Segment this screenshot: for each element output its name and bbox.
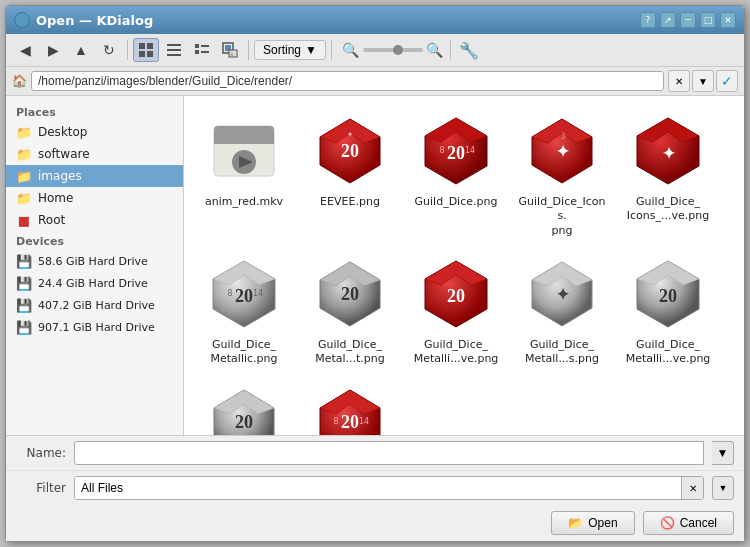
maximize-button[interactable]: □ (700, 12, 716, 28)
preview-button[interactable]: ≡ (217, 38, 243, 62)
zoom-area: 🔍 🔍 (341, 40, 445, 60)
sidebar-item-home[interactable]: 📁 Home (6, 187, 183, 209)
sidebar-item-software[interactable]: 📁 software (6, 143, 183, 165)
titlebar-left: Open — KDialog (14, 12, 153, 28)
sidebar-images-label: images (38, 169, 82, 183)
list-item[interactable]: 20 Guild_Dice_Metalli...ve.png (194, 377, 294, 435)
file-grid: anim_red.mkv 20 ✦ (184, 96, 744, 435)
file-thumbnail: ✦ ☽ (522, 111, 602, 191)
svg-text:8: 8 (227, 289, 232, 298)
open-icon: 📂 (568, 516, 583, 530)
addressbar-clear-button[interactable]: ✕ (668, 70, 690, 92)
sidebar-item-hdd2[interactable]: 💾 24.4 GiB Hard Drive (6, 272, 183, 294)
cancel-icon: 🚫 (660, 516, 675, 530)
forward-button[interactable]: ▶ (40, 38, 66, 62)
sidebar-hdd2-label: 24.4 GiB Hard Drive (38, 277, 148, 290)
close-button[interactable]: ✕ (720, 12, 736, 28)
sidebar-item-images[interactable]: 📁 images (6, 165, 183, 187)
sorting-button[interactable]: Sorting ▼ (254, 40, 326, 60)
sidebar: Places 📁 Desktop 📁 software 📁 images 📁 H… (6, 96, 184, 435)
file-name: Guild_Dice.png (415, 195, 498, 209)
svg-text:✦: ✦ (556, 143, 570, 160)
addressbar-confirm-button[interactable]: ✓ (716, 70, 738, 92)
sidebar-item-desktop[interactable]: 📁 Desktop (6, 121, 183, 143)
list-view-button[interactable] (161, 38, 187, 62)
svg-text:≡: ≡ (231, 51, 234, 57)
addressbar-dropdown-button[interactable]: ▼ (692, 70, 714, 92)
list-item[interactable]: 20 ✦ EEVEE.png (300, 106, 400, 243)
filter-input[interactable] (75, 477, 681, 499)
file-thumbnail: 20 (204, 382, 284, 435)
zoom-slider[interactable] (363, 48, 423, 52)
reload-button[interactable]: ↻ (96, 38, 122, 62)
svg-rect-0 (139, 43, 145, 49)
file-name: Guild_Dice_Metallic.png (211, 338, 278, 367)
filter-dropdown-button[interactable]: ▼ (712, 476, 734, 500)
list-item[interactable]: 20 Guild_Dice_Metalli...ve.png (618, 249, 718, 372)
list-item[interactable]: ✦ Guild_Dice_Metall...s.png (512, 249, 612, 372)
zoom-out-button[interactable]: 🔍 (341, 40, 361, 60)
up-button[interactable]: ▲ (68, 38, 94, 62)
filename-dropdown-button[interactable]: ▼ (712, 441, 734, 465)
list-item[interactable]: 20 Guild_Dice_Metal...t.png (300, 249, 400, 372)
sidebar-hdd4-label: 907.1 GiB Hard Drive (38, 321, 155, 334)
svg-rect-3 (147, 51, 153, 57)
addressbar-actions: ✕ ▼ ✓ (668, 70, 738, 92)
list-item[interactable]: 20 8 14 Guild_Dice.png (406, 106, 506, 243)
detail-view-button[interactable] (189, 38, 215, 62)
file-thumbnail: ✦ (522, 254, 602, 334)
file-thumbnail: 20 (416, 254, 496, 334)
file-name: EEVEE.png (320, 195, 380, 209)
svg-text:8: 8 (439, 146, 444, 155)
list-item[interactable]: ✦ ☽ Guild_Dice_Icons.png (512, 106, 612, 243)
filter-input-wrap: ✕ (74, 476, 704, 500)
help-button[interactable]: ? (640, 12, 656, 28)
back-button[interactable]: ◀ (12, 38, 38, 62)
file-name: Guild_Dice_Metal...t.png (315, 338, 385, 367)
action-row: 📂 Open 🚫 Cancel (6, 505, 744, 541)
separator-2 (248, 40, 249, 60)
list-item[interactable]: 20 Guild_Dice_Metalli...ve.png (406, 249, 506, 372)
list-item[interactable]: 20 8 14 Guild_Dice_Perspective.png (300, 377, 400, 435)
folder-icon: 📁 (16, 168, 32, 184)
name-row: Name: ▼ (6, 436, 744, 471)
svg-text:✦: ✦ (347, 130, 354, 139)
filter-row: Filter ✕ ▼ (6, 471, 744, 505)
list-item[interactable]: anim_red.mkv (194, 106, 294, 243)
zoom-slider-thumb (393, 45, 403, 55)
sidebar-desktop-label: Desktop (38, 125, 88, 139)
open-button[interactable]: 📂 Open (551, 511, 634, 535)
svg-text:20: 20 (341, 141, 359, 161)
sidebar-item-root[interactable]: ■ Root (6, 209, 183, 231)
hdd-icon: 💾 (16, 275, 32, 291)
titlebar-buttons: ? ↗ ─ □ ✕ (640, 12, 736, 28)
filter-button[interactable]: 🔧 (456, 38, 482, 62)
file-thumbnail: 20 (628, 254, 708, 334)
filter-clear-button[interactable]: ✕ (681, 477, 703, 499)
file-name: Guild_Dice_Metall...s.png (525, 338, 599, 367)
svg-text:20: 20 (341, 412, 359, 432)
bottom-bar: Name: ▼ Filter ✕ ▼ 📂 Open 🚫 Cancel (6, 435, 744, 541)
file-thumbnail: 20 ✦ (310, 111, 390, 191)
sidebar-item-hdd3[interactable]: 💾 407.2 GiB Hard Drive (6, 294, 183, 316)
shade-button[interactable]: ↗ (660, 12, 676, 28)
file-name: Guild_Dice_Metalli...ve.png (414, 338, 499, 367)
filename-input[interactable] (74, 441, 704, 465)
svg-text:8: 8 (333, 417, 338, 426)
sidebar-hdd1-label: 58.6 GiB Hard Drive (38, 255, 148, 268)
svg-text:20: 20 (235, 286, 253, 306)
sidebar-item-hdd4[interactable]: 💾 907.1 GiB Hard Drive (6, 316, 183, 338)
icon-view-button[interactable] (133, 38, 159, 62)
svg-rect-8 (201, 45, 209, 47)
folder-icon: 📁 (16, 146, 32, 162)
list-item[interactable]: 20 8 14 Guild_Dice_Metallic.png (194, 249, 294, 372)
sidebar-item-hdd1[interactable]: 💾 58.6 GiB Hard Drive (6, 250, 183, 272)
zoom-in-button[interactable]: 🔍 (425, 40, 445, 60)
cancel-button[interactable]: 🚫 Cancel (643, 511, 734, 535)
list-item[interactable]: ✦ Guild_Dice_Icons_...ve.png (618, 106, 718, 243)
path-input[interactable] (31, 71, 664, 91)
minimize-button[interactable]: ─ (680, 12, 696, 28)
window-icon (14, 12, 30, 28)
hdd-icon: 💾 (16, 297, 32, 313)
sidebar-software-label: software (38, 147, 90, 161)
